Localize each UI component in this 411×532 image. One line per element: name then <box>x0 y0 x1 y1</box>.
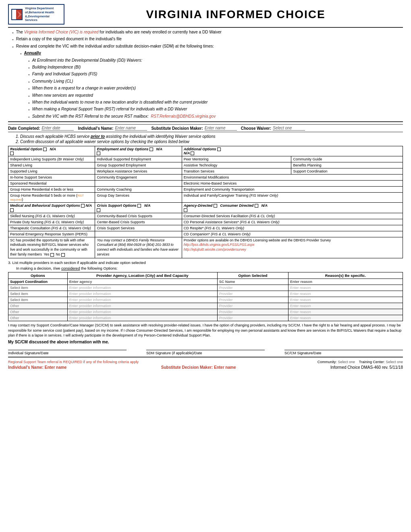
sub-bullet-1: - At Enrollment into the Developmental D… <box>28 58 403 64</box>
sdm-value[interactable]: Enter name <box>205 126 237 131</box>
residential-na-checkbox[interactable] <box>10 152 14 155</box>
opt-provider-0[interactable]: Enter agency <box>67 279 217 285</box>
employment-header: Employment and Day Options N/A <box>95 146 182 156</box>
opt-selected-6[interactable]: Provider <box>217 315 288 321</box>
opt-selected-2[interactable]: Provider <box>217 291 288 297</box>
opt-option-4[interactable]: Other <box>8 303 68 309</box>
grid-row-9: Private Duty Nursing (FIS & CL Waivers O… <box>8 219 403 225</box>
opt-reason-4[interactable]: Enter reason <box>289 303 403 309</box>
emp-6: Community Coaching <box>95 187 182 193</box>
res-6: Group Home Residential 4 beds or less <box>8 187 95 193</box>
no-checkbox[interactable] <box>61 253 65 257</box>
sub-dash-7: - <box>28 100 30 106</box>
waiver-label: Choose Waiver: <box>241 126 271 131</box>
community-label: Community: <box>318 360 337 364</box>
footer-name-field: Individual's Name: Enter name <box>8 365 66 370</box>
logo-text: Virginia Department of,Behavioral Health… <box>25 6 61 22</box>
crisis-4 <box>95 231 182 237</box>
opt-reason-2[interactable]: Enter reason <box>289 291 403 297</box>
emp-3: Workplace Assistance Services <box>95 168 182 175</box>
grid-row-11: Personal Emergency Response System (PERS… <box>8 231 403 237</box>
med-3: Therapeutic Consultation (FIS & CL Waive… <box>8 225 95 231</box>
footer-col2: You may contact a DBHDS Family Resource … <box>95 237 182 258</box>
individual-name-value[interactable]: Enter name <box>115 126 147 131</box>
date-value[interactable]: Enter date <box>42 126 74 131</box>
rst-required-text: Regional Support Team referral is REQUIR… <box>8 360 139 364</box>
waiver-value[interactable]: Select one <box>273 126 305 131</box>
add-2b: Benefits Planning <box>291 162 403 168</box>
opt-option-3[interactable]: Select item <box>8 297 68 303</box>
page-title: VIRGINIA INFORMED CHOICE <box>64 8 403 21</box>
opt-option-0: Support Coordination <box>8 279 68 285</box>
sub-text-8: When making a Regional Support Team (RST… <box>32 106 187 112</box>
individual-name-field: Individual's Name: Enter name <box>78 126 147 131</box>
medical-na-checkbox[interactable] <box>10 208 14 212</box>
opt-provider-5[interactable]: Enter provider information <box>67 309 217 315</box>
lpss-link[interactable]: http://lpss.dbhds.virginia.gov/LPSS/LPSS… <box>184 243 255 247</box>
opt-provider-4[interactable]: Enter provider information <box>67 303 217 309</box>
opt-reason-5[interactable]: Enter reason <box>289 309 403 315</box>
date-label: Date Completed: <box>8 126 40 131</box>
employment-checkbox[interactable] <box>149 148 153 151</box>
rst-email-link[interactable]: RST.Referrals@DBHDS.virginia.gov <box>151 114 216 118</box>
training-value[interactable]: Select one <box>386 360 403 364</box>
opt-provider-6[interactable]: Enter provider information <box>67 315 217 321</box>
med-1: Skilled Nursing (FIS & CL Waivers Only) <box>8 213 95 219</box>
opt-provider-3[interactable]: Enter provider information <box>67 297 217 303</box>
opt-provider-1[interactable]: Enter provider information <box>67 285 217 291</box>
con-3: CD Respite* (FIS & CL Waivers Only) <box>182 225 403 231</box>
bottom-paragraph: I may contact my Support Coordinator/Cas… <box>8 323 403 338</box>
opt-selected-3[interactable]: Provider <box>217 297 288 303</box>
crisis-checkbox[interactable] <box>137 204 141 208</box>
opt-selected-0[interactable]: SC Name <box>217 279 288 285</box>
opt-reason-3[interactable]: Enter reason <box>289 297 403 303</box>
opt-provider-2[interactable]: Enter provider information <box>67 291 217 297</box>
consumer-checkbox[interactable] <box>255 204 258 208</box>
svg-rect-1 <box>12 10 16 19</box>
opt-reason-0[interactable]: Enter reason <box>289 279 403 285</box>
provider-survey-link[interactable]: http://ejtujtul0.wixsite.com/providersur… <box>184 247 246 251</box>
opt-selected-4[interactable]: Provider <box>217 303 288 309</box>
add-7: Individual and Family/Caregiver Training… <box>182 193 403 203</box>
residential-checkbox[interactable] <box>43 148 47 151</box>
res-7: Group Home Residential 5 beds or more (R… <box>8 193 95 203</box>
enrollment-bullets: - At Enrollment into the Developmental D… <box>28 58 403 120</box>
opt-option-2[interactable]: Select item <box>8 291 68 297</box>
dash-2: - <box>12 36 14 42</box>
medical-checkbox[interactable] <box>81 204 85 208</box>
opt-selected-1[interactable]: Provider <box>217 285 288 291</box>
footer-name-value[interactable]: Enter name <box>45 365 66 370</box>
additional-checkbox[interactable] <box>217 148 221 151</box>
sig-label-3: SC/CM Signature/Date <box>284 351 403 355</box>
res-2: Shared Living <box>8 162 95 168</box>
community-value[interactable]: Select one <box>338 360 355 364</box>
footer-sdm-value[interactable]: Enter name <box>214 365 236 370</box>
opt-option-5[interactable]: Other <box>8 309 68 315</box>
opt-selected-5[interactable]: Provider <box>217 309 288 315</box>
sub-dash-3: - <box>28 71 30 77</box>
con-2: CD Personal Assistance Services* (FIS & … <box>182 219 403 225</box>
crisis-1: Community-Based Crisis Supports <box>95 213 182 219</box>
opt-reason-6[interactable]: Enter reason <box>289 315 403 321</box>
grid-row-10: Therapeutic Consultation (FIS & CL Waive… <box>8 225 403 231</box>
sub-text-1: At Enrollment into the Developmental Dis… <box>32 58 142 64</box>
bullet-item-3: - Review and complete the VIC with the i… <box>12 44 403 50</box>
agency-consumer-header: Agency-Directed Consumer Directed N/A <box>182 203 403 213</box>
yes-checkbox[interactable] <box>50 253 54 257</box>
agency-checkbox[interactable] <box>214 204 217 208</box>
intro-bullets: - The Virginia Informed Choice (VIC) is … <box>12 29 403 120</box>
employment-na-checkbox[interactable] <box>97 152 100 155</box>
sub-bullet-5: - When there is a request for a change i… <box>28 85 403 91</box>
sub-text-9: Submit the VIC with the RST Referral to … <box>32 114 216 120</box>
sub-bullet-4: - Community Living (CL) <box>28 79 403 85</box>
date-field: Date Completed: Enter date <box>8 126 74 131</box>
opt-option-6[interactable]: Other <box>8 315 68 321</box>
options-col-selected: Option Selected <box>217 272 288 279</box>
sig-field-1: Individual Signature/Date <box>8 350 127 355</box>
annually-label: Annually <box>24 50 41 56</box>
additional-na-checkbox[interactable] <box>191 152 194 155</box>
crisis-na-checkbox[interactable] <box>97 208 100 212</box>
agency-na-checkbox[interactable] <box>184 208 187 212</box>
opt-option-1[interactable]: Select item <box>8 285 68 291</box>
opt-reason-1[interactable]: Enter reason <box>289 285 403 291</box>
